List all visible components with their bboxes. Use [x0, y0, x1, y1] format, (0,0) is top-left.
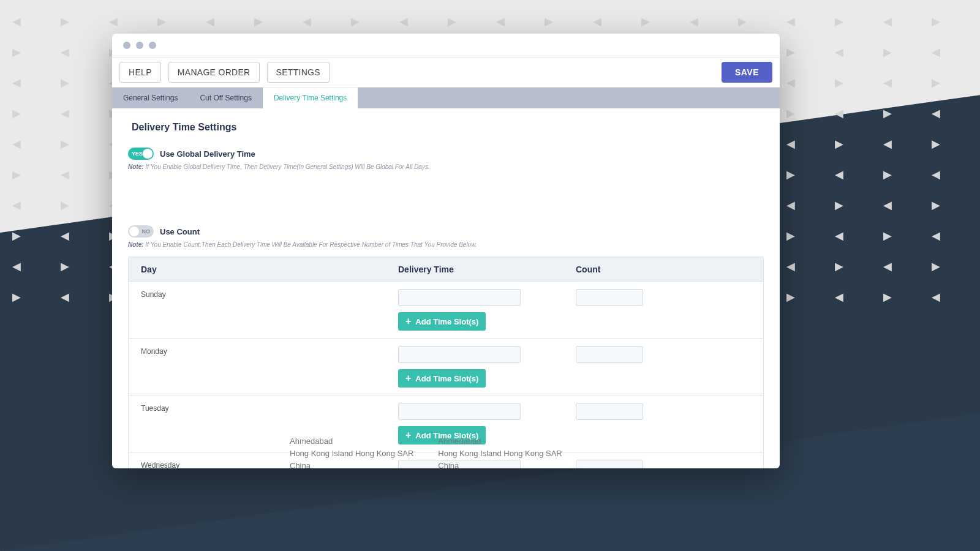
- delivery-time-input[interactable]: [398, 346, 521, 363]
- table-header: Day Delivery Time Count: [129, 257, 763, 282]
- option-use-count: NO Use Count Note: If You Enable Count,T…: [128, 225, 477, 248]
- app-window: HELP MANAGE ORDER SETTINGS SAVE General …: [112, 34, 780, 468]
- tab-cutoff-settings[interactable]: Cut Off Settings: [189, 88, 263, 108]
- option-global-note: Note: If You Enable Global Delivery Time…: [128, 163, 430, 170]
- footer-address-1: Ahmedabad Hong Kong Island Hong Kong SAR…: [290, 435, 413, 468]
- settings-button[interactable]: SETTINGS: [267, 62, 330, 83]
- cell-day: Sunday: [129, 289, 386, 299]
- option-count-note: Note: If You Enable Count,Then Each Deli…: [128, 241, 477, 248]
- cell-day: Tuesday: [129, 403, 386, 413]
- plus-icon: +: [405, 373, 411, 383]
- add-time-slot-button[interactable]: + Add Time Slot(s): [398, 369, 486, 388]
- manage-order-button[interactable]: MANAGE ORDER: [168, 62, 260, 83]
- option-count-label: Use Count: [160, 227, 200, 236]
- window-maximize-dot[interactable]: [149, 42, 156, 49]
- plus-icon: +: [405, 317, 411, 326]
- window-titlebar: [112, 34, 780, 57]
- footer-address-block: Ahmedabad Hong Kong Island Hong Kong SAR…: [290, 435, 562, 468]
- table-row: Sunday + Add Time Slot(s): [129, 282, 763, 339]
- toggle-use-count[interactable]: NO: [128, 225, 154, 238]
- help-button[interactable]: HELP: [119, 62, 161, 83]
- tab-bar: General Settings Cut Off Settings Delive…: [112, 88, 780, 108]
- toggle-label: YES: [132, 151, 143, 157]
- count-input[interactable]: [576, 403, 643, 420]
- footer-address-2: Ahmedabad Hong Kong Island Hong Kong SAR…: [438, 435, 562, 468]
- option-global-label: Use Global Delivery Time: [160, 149, 255, 159]
- window-minimize-dot[interactable]: [136, 42, 143, 49]
- count-input[interactable]: [576, 346, 643, 363]
- toolbar: HELP MANAGE ORDER SETTINGS SAVE: [112, 57, 780, 88]
- header-count: Count: [570, 264, 763, 274]
- header-delivery-time: Delivery Time: [386, 264, 570, 274]
- header-day: Day: [129, 264, 386, 274]
- toggle-label: NO: [142, 228, 151, 234]
- page-title: Delivery Time Settings: [132, 122, 764, 133]
- count-input[interactable]: [576, 460, 643, 468]
- save-button[interactable]: SAVE: [722, 62, 772, 83]
- tab-general-settings[interactable]: General Settings: [112, 88, 189, 108]
- tab-delivery-time-settings[interactable]: Delivery Time Settings: [263, 88, 358, 108]
- cell-day: Monday: [129, 346, 386, 356]
- table-row: Monday + Add Time Slot(s): [129, 339, 763, 395]
- window-close-dot[interactable]: [123, 42, 130, 49]
- count-input[interactable]: [576, 289, 643, 306]
- delivery-time-input[interactable]: [398, 403, 521, 420]
- option-global-delivery: YES Use Global Delivery Time Note: If Yo…: [128, 148, 430, 170]
- delivery-time-input[interactable]: [398, 289, 521, 306]
- content-area: Delivery Time Settings YES Use Global De…: [112, 108, 780, 468]
- toggle-global-delivery[interactable]: YES: [128, 148, 154, 160]
- add-time-slot-button[interactable]: + Add Time Slot(s): [398, 312, 486, 331]
